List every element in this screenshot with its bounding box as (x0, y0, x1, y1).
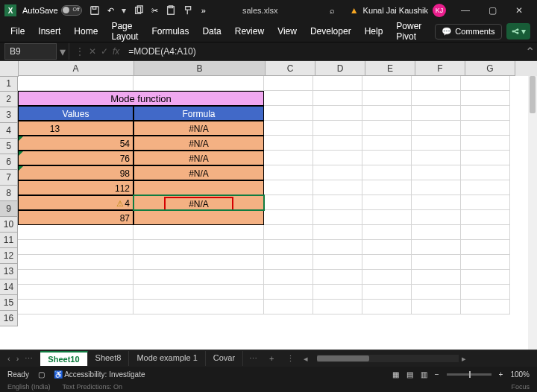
cell-D12[interactable] (313, 240, 362, 255)
tab-developer[interactable]: Developer (310, 26, 351, 37)
cell-D16[interactable] (313, 300, 362, 314)
tab-review[interactable]: Review (235, 26, 264, 37)
cell-C1[interactable] (264, 76, 313, 91)
format-painter-icon[interactable] (183, 5, 194, 16)
fx-icon[interactable]: fx (113, 46, 119, 57)
cell-G13[interactable] (461, 255, 510, 270)
comments-button[interactable]: 💬 Comments (435, 24, 501, 39)
cell-B15[interactable] (134, 285, 264, 300)
accessibility-status[interactable]: ♿ Accessibility: Investigate (54, 370, 145, 379)
tab-power-pivot[interactable]: Power Pivot (396, 21, 421, 42)
horizontal-scrollbar[interactable] (317, 355, 459, 362)
row-header-15[interactable]: 15 (0, 295, 18, 311)
row-header-14[interactable]: 14 (0, 279, 18, 295)
search-icon[interactable]: ⌕ (330, 6, 335, 15)
header-formula[interactable]: Formula (134, 106, 264, 121)
hscroll-right-icon[interactable]: ▸ (459, 354, 469, 364)
cell-D15[interactable] (313, 285, 362, 300)
undo-icon[interactable]: ↶ (107, 6, 114, 16)
cell-E15[interactable] (362, 285, 412, 300)
cell-B9[interactable]: #N/A (134, 195, 264, 210)
cell-A15[interactable] (18, 285, 134, 300)
cell-C16[interactable] (264, 300, 313, 314)
zoom-level[interactable]: 100% (510, 370, 530, 379)
cell-F14[interactable] (412, 270, 461, 285)
row-header-10[interactable]: 10 (0, 217, 18, 233)
autosave-toggle[interactable]: Off (61, 5, 82, 16)
view-page-icon[interactable]: ▤ (406, 370, 413, 379)
cell-A5[interactable]: 54 (18, 136, 134, 151)
view-normal-icon[interactable]: ▦ (392, 370, 399, 379)
cell-G12[interactable] (461, 240, 510, 255)
sheet-tab-covar[interactable]: Covar (206, 351, 243, 366)
col-header-E[interactable]: E (365, 61, 415, 76)
cell-A6[interactable]: 76 (18, 151, 134, 165)
tab-nav-more-icon[interactable]: ⋯ (25, 354, 33, 364)
cell-B14[interactable] (134, 270, 264, 285)
macro-record-icon[interactable]: ▢ (38, 370, 45, 379)
cell-F11[interactable] (412, 225, 461, 240)
cell-G16[interactable] (461, 300, 510, 314)
maximize-button[interactable]: ▢ (479, 0, 506, 21)
view-break-icon[interactable]: ▥ (421, 370, 427, 379)
cell-C11[interactable] (264, 225, 313, 240)
cell-D11[interactable] (313, 225, 362, 240)
vertical-scrollbar[interactable] (528, 76, 537, 350)
row-header-1[interactable]: 1 (0, 76, 18, 92)
cell-A8[interactable]: 112 (18, 180, 134, 195)
row-header-5[interactable]: 5 (0, 139, 18, 154)
cell-D1[interactable] (313, 76, 362, 91)
cell-A7[interactable]: 98 (18, 165, 134, 180)
formula-input[interactable]: =MODE(A4:A10) (125, 46, 522, 57)
row-header-2[interactable]: 2 (0, 92, 18, 107)
cell-B8[interactable] (134, 180, 264, 195)
tabs-overflow-icon[interactable]: ⋯ (243, 354, 263, 364)
cell-C13[interactable] (264, 255, 313, 270)
zoom-slider[interactable] (447, 373, 492, 376)
tabs-menu-icon[interactable]: ⋮ (280, 354, 301, 364)
tab-nav-prev-icon[interactable]: ‹ (7, 354, 10, 364)
col-header-B[interactable]: B (134, 61, 266, 76)
sheet-tab-mode-example-1[interactable]: Mode example 1 (129, 351, 205, 366)
row-header-12[interactable]: 12 (0, 248, 18, 264)
row-header-4[interactable]: 4 (0, 123, 18, 139)
save-icon[interactable] (90, 5, 100, 16)
close-button[interactable]: ✕ (506, 0, 533, 21)
sheet-tab-sheet8[interactable]: Sheet8 (88, 351, 130, 366)
col-header-D[interactable]: D (315, 61, 365, 76)
cell-B7[interactable]: #N/A (134, 165, 264, 180)
cell-A13[interactable] (18, 255, 134, 270)
row-header-9[interactable]: 9 (0, 201, 18, 217)
row-header-6[interactable]: 6 (0, 154, 18, 170)
zoom-in-icon[interactable]: + (499, 370, 503, 379)
tab-nav-next-icon[interactable]: › (16, 354, 19, 364)
share-button[interactable]: ▾ (506, 23, 530, 39)
cell-E16[interactable] (362, 300, 412, 314)
cell-F13[interactable] (412, 255, 461, 270)
cell-B16[interactable] (134, 300, 264, 314)
expand-formula-bar-icon[interactable]: ⌃ (522, 45, 537, 59)
cell-A10[interactable]: 87 (18, 210, 134, 225)
error-warning-icon[interactable]: ⚠ (116, 199, 124, 208)
tab-view[interactable]: View (277, 26, 297, 37)
cell-A14[interactable] (18, 270, 134, 285)
minimize-button[interactable]: — (452, 0, 479, 21)
cell-B11[interactable] (134, 225, 264, 240)
cell-B10[interactable] (134, 210, 264, 225)
tab-home[interactable]: Home (74, 26, 98, 37)
header-values[interactable]: Values (18, 106, 134, 121)
row-header-7[interactable]: 7 (0, 170, 18, 186)
user-name[interactable]: Kunal Jai Kaushik (363, 6, 428, 15)
tab-file[interactable]: File (10, 26, 25, 37)
name-box[interactable]: B9 (4, 43, 57, 60)
cell-B5[interactable]: #N/A (134, 136, 264, 151)
cell-C14[interactable] (264, 270, 313, 285)
cell-A11[interactable] (18, 225, 134, 240)
copy-icon[interactable] (134, 5, 144, 16)
tab-help[interactable]: Help (365, 26, 383, 37)
cell-C15[interactable] (264, 285, 313, 300)
tab-formulas[interactable]: Formulas (151, 26, 189, 37)
cell-B12[interactable] (134, 240, 264, 255)
cell-B1[interactable] (134, 76, 264, 91)
col-header-G[interactable]: G (465, 61, 515, 76)
